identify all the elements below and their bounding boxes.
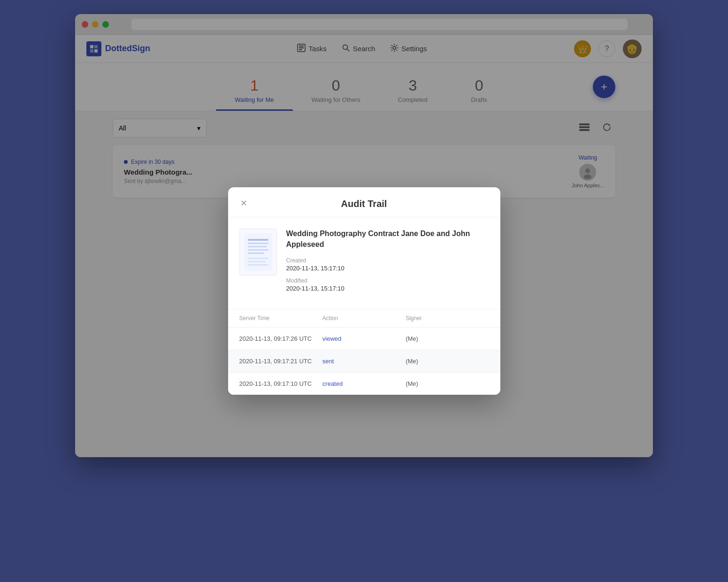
audit-action-3[interactable]: created [322,380,406,387]
audit-signer-2: (Me) [406,358,489,365]
audit-signer-1: (Me) [406,335,489,342]
doc-details: Wedding Photography Contract Jane Doe an… [286,229,489,298]
col-signer: Signer [406,315,489,322]
svg-rect-22 [248,253,264,254]
audit-row-3: 2020-11-13, 09:17:10 UTC created (Me) [228,372,500,395]
created-value: 2020-11-13, 15:17:10 [286,265,489,272]
svg-rect-20 [248,246,267,247]
svg-rect-19 [248,243,268,244]
modal-header: ✕ Audit Trail [228,187,500,217]
svg-rect-24 [248,261,266,262]
svg-rect-18 [248,239,268,241]
audit-table-header: Server Time Action Signer [228,309,500,327]
audit-row-2: 2020-11-13, 09:17:21 UTC sent (Me) [228,350,500,372]
audit-trail-modal: ✕ Audit Trail Wedding Photograph [228,187,500,395]
audit-signer-3: (Me) [406,380,489,387]
modal-close-button[interactable]: ✕ [238,197,251,210]
created-label: Created [286,257,489,264]
modal-overlay[interactable]: ✕ Audit Trail Wedding Photograph [0,0,728,582]
audit-table: Server Time Action Signer 2020-11-13, 09… [228,309,500,395]
modified-label: Modified [286,277,489,284]
svg-rect-25 [248,264,268,266]
audit-action-2[interactable]: sent [322,358,406,365]
svg-rect-21 [248,249,268,251]
audit-time-2: 2020-11-13, 09:17:21 UTC [239,358,322,365]
doc-details-title: Wedding Photography Contract Jane Doe an… [286,229,489,250]
modified-value: 2020-11-13, 15:17:10 [286,285,489,292]
col-server-time: Server Time [239,315,322,322]
col-action: Action [322,315,406,322]
svg-rect-23 [248,258,268,259]
audit-time-1: 2020-11-13, 09:17:26 UTC [239,335,322,342]
audit-action-1[interactable]: viewed [322,335,406,342]
modal-title: Audit Trail [239,199,489,209]
audit-time-3: 2020-11-13, 09:17:10 UTC [239,380,322,387]
audit-row-1: 2020-11-13, 09:17:26 UTC viewed (Me) [228,327,500,350]
modal-doc-info: Wedding Photography Contract Jane Doe an… [228,217,500,309]
doc-thumbnail [239,229,277,276]
